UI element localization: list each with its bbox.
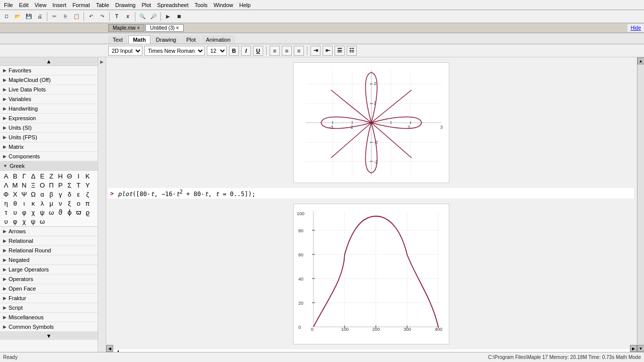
sidebar-item-negated[interactable]: ▶ Negated: [0, 255, 98, 265]
greek-Gamma[interactable]: Γ: [20, 172, 28, 180]
greek-pi[interactable]: π: [84, 199, 92, 207]
scrollbar-up[interactable]: ▲: [637, 57, 645, 64]
underline-button[interactable]: U: [253, 46, 263, 56]
sidebar-item-common-symbols[interactable]: ▶ Common Symbols: [0, 322, 98, 332]
greek-eta[interactable]: η: [2, 199, 10, 207]
save-button[interactable]: 💾: [24, 12, 34, 22]
greek-delta[interactable]: δ: [65, 190, 73, 198]
sidebar-item-units-fps[interactable]: ▶ Units (FPS): [0, 133, 98, 142]
zoom-out-button[interactable]: 🔎: [148, 12, 158, 22]
greek-theta[interactable]: θ: [11, 199, 19, 207]
greek-omega2[interactable]: ω: [38, 217, 46, 225]
doc-tab-untitled[interactable]: Untitled (3) ×: [145, 24, 184, 32]
greek-omega[interactable]: ω: [47, 208, 55, 216]
greek-phi[interactable]: φ: [20, 208, 28, 216]
greek-Eta[interactable]: Η: [56, 172, 64, 180]
greek-Mu[interactable]: Μ: [11, 181, 19, 189]
greek-Epsilon[interactable]: Ε: [38, 172, 46, 180]
greek-upsilon2[interactable]: υ: [2, 217, 10, 225]
greek-Upsilon[interactable]: Υ: [84, 181, 92, 189]
greek-zeta[interactable]: ζ: [84, 190, 92, 198]
print-button[interactable]: 🖨: [35, 12, 45, 22]
align-left-button[interactable]: ≡: [270, 46, 280, 56]
greek-Iota[interactable]: Ι: [74, 172, 83, 180]
sidebar-item-operators[interactable]: ▶ Operators: [0, 275, 98, 284]
greek-Kappa[interactable]: Κ: [84, 172, 92, 180]
hide-button[interactable]: Hide: [630, 25, 641, 31]
command-line-2[interactable]: >: [108, 349, 634, 352]
greek-tau2[interactable]: τ: [2, 208, 10, 216]
greek-beta[interactable]: β: [47, 190, 55, 198]
tab-math[interactable]: Math: [128, 35, 150, 44]
sidebar-scroll-up[interactable]: ▲: [0, 57, 98, 66]
sidebar-item-variables[interactable]: ▶ Variables: [0, 95, 98, 104]
sidebar-item-handwriting[interactable]: ▶ Handwriting: [0, 104, 98, 114]
greek-Delta[interactable]: Δ: [29, 172, 37, 180]
greek-Xi[interactable]: Ξ: [29, 181, 37, 189]
plot2-container[interactable]: 0 100 200 300 400 0 20 40 60 80 100: [108, 204, 634, 344]
undo-button[interactable]: ↶: [86, 12, 96, 22]
greek-Theta[interactable]: Θ: [65, 172, 73, 180]
tab-text[interactable]: Text: [108, 35, 127, 44]
scrollbar-right[interactable]: ▶: [630, 345, 637, 352]
greek-Lambda[interactable]: Λ: [2, 181, 10, 189]
font-select[interactable]: Times New Roman Arial Courier: [144, 46, 205, 56]
menu-view[interactable]: View: [32, 2, 50, 8]
greek-chi2[interactable]: χ: [20, 217, 28, 225]
greek-Rho[interactable]: Ρ: [56, 181, 64, 189]
greek-kappa[interactable]: κ: [29, 199, 37, 207]
greek-phi2[interactable]: φ: [11, 217, 19, 225]
sidebar-item-fraktur[interactable]: ▶ Fraktur: [0, 294, 98, 303]
greek-omicron[interactable]: ο: [74, 199, 83, 207]
right-scrollbar[interactable]: ▲ ▼: [637, 57, 644, 352]
greek-lambda[interactable]: λ: [38, 199, 46, 207]
greek-Phi[interactable]: Φ: [2, 190, 10, 198]
align-center-button[interactable]: ≡: [282, 46, 292, 56]
greek-alpha[interactable]: α: [38, 190, 46, 198]
font-size-select[interactable]: 12 10 14 16: [207, 46, 227, 56]
numlist-button[interactable]: ☷: [347, 46, 357, 56]
plot1-container[interactable]: 3 2 -2 -3 2 -2 -2 2: [108, 62, 634, 183]
tab-plot[interactable]: Plot: [182, 35, 200, 44]
sidebar-item-script[interactable]: ▶ Script: [0, 303, 98, 313]
sidebar-item-arrows[interactable]: ▶ Arrows: [0, 227, 98, 236]
sidebar-item-units-si[interactable]: ▶ Units (SI): [0, 123, 98, 133]
bold-button[interactable]: B: [229, 46, 239, 56]
execute-button[interactable]: ▶: [163, 12, 173, 22]
menu-format[interactable]: Format: [69, 2, 93, 8]
greek-Psi[interactable]: Ψ: [20, 190, 28, 198]
greek-gamma[interactable]: γ: [56, 190, 64, 198]
greek-Alpha[interactable]: Α: [2, 172, 10, 180]
scrollbar-down[interactable]: ▼: [637, 345, 645, 352]
menu-help[interactable]: Help: [236, 2, 254, 8]
greek-varpi[interactable]: ϖ: [74, 208, 83, 216]
new-button[interactable]: 🗋: [2, 12, 12, 22]
sidebar-item-matrix[interactable]: ▶ Matrix: [0, 142, 98, 152]
greek-upsilon[interactable]: υ: [11, 208, 19, 216]
math-mode-button[interactable]: x: [123, 12, 133, 22]
text-mode-button[interactable]: T: [112, 12, 122, 22]
greek-psi[interactable]: ψ: [38, 208, 46, 216]
copy-button[interactable]: ⎘: [60, 12, 70, 22]
sidebar-item-favorites[interactable]: ▶ Favorites: [0, 66, 98, 75]
greek-Pi[interactable]: Π: [47, 181, 55, 189]
greek-epsilon[interactable]: ε: [74, 190, 83, 198]
menu-table[interactable]: Table: [93, 2, 112, 8]
greek-varrho[interactable]: ϱ: [84, 208, 92, 216]
indent-button[interactable]: ⇥: [310, 46, 320, 56]
sidebar-item-components[interactable]: ▶ Components: [0, 152, 98, 161]
menu-window[interactable]: Window: [210, 2, 236, 8]
input-mode-select[interactable]: 2D Input 1D Input: [108, 46, 142, 56]
greek-varphi[interactable]: ϕ: [65, 208, 73, 216]
sidebar-item-relational[interactable]: ▶ Relational: [0, 236, 98, 246]
menu-edit[interactable]: Edit: [16, 2, 32, 8]
menu-drawing[interactable]: Drawing: [112, 2, 138, 8]
sidebar-item-live-data[interactable]: ▶ Live Data Plots: [0, 85, 98, 95]
greek-mu[interactable]: μ: [47, 199, 55, 207]
greek-Tau[interactable]: Τ: [74, 181, 83, 189]
sidebar-scroll-down[interactable]: ▼: [0, 332, 98, 340]
sidebar-item-open-face[interactable]: ▶ Open Face: [0, 284, 98, 294]
greek-Zeta[interactable]: Ζ: [47, 172, 55, 180]
list-button[interactable]: ☰: [335, 46, 345, 56]
sidebar-item-relational-round[interactable]: ▶ Relational Round: [0, 246, 98, 255]
